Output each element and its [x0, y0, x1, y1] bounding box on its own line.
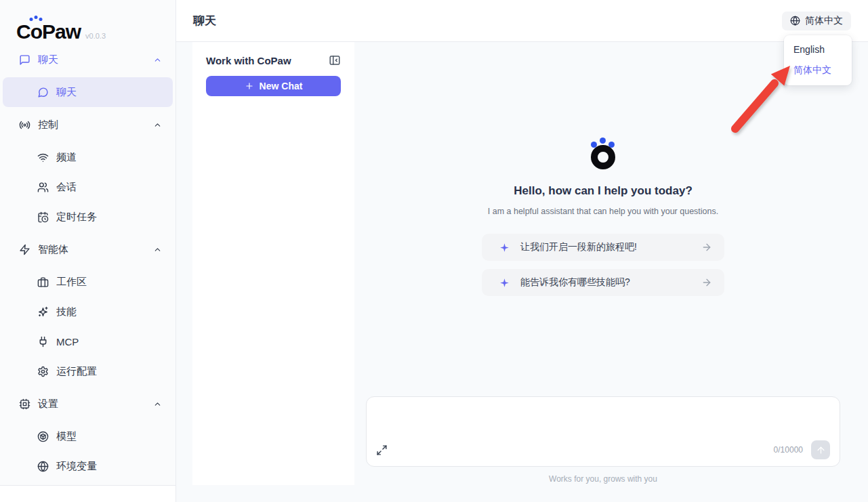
expand-icon [376, 444, 388, 456]
sidebar-item-workspace[interactable]: 工作区 [3, 267, 173, 297]
sidebar-section-chat[interactable]: 聊天 [0, 45, 175, 75]
sidebar-item-label: 聊天 [56, 86, 77, 99]
suggestion-list: 让我们开启一段新的旅程吧! 能告诉我你有哪些技能吗? [482, 234, 724, 296]
logo-part-paw: Paw [42, 22, 81, 42]
message-circle-icon [37, 87, 49, 98]
chat-panel-title: Work with CoPaw [206, 55, 291, 66]
top-header: 聊天 简体中文 [176, 0, 868, 42]
sidebar-item-scheduled-tasks[interactable]: 定时任务 [3, 202, 173, 232]
sparkle-icon [499, 243, 510, 253]
new-chat-button[interactable]: New Chat [206, 76, 341, 96]
content-area: Work with CoPaw New Chat [176, 42, 868, 502]
tagline: Works for you, grows with you [366, 474, 840, 502]
sidebar-item-label: 运行配置 [56, 365, 97, 378]
sidebar-item-sessions[interactable]: 会话 [3, 172, 173, 202]
sidebar-item-run-config[interactable]: 运行配置 [3, 356, 173, 386]
chevron-up-icon [153, 400, 162, 409]
send-button[interactable] [811, 440, 830, 459]
suggestion-label: 能告诉我你有哪些技能吗? [520, 276, 690, 289]
briefcase-icon [37, 276, 49, 288]
chevron-up-icon [153, 56, 162, 64]
sidebar-item-env-variables[interactable]: 环境变量 [3, 451, 173, 481]
zap-icon [19, 244, 30, 255]
greeting-subtitle: I am a helpful assistant that can help y… [366, 207, 840, 216]
logo-part-c: C [16, 22, 30, 42]
main-area: 聊天 简体中文 Work with CoPaw New Chat [176, 0, 868, 502]
collapse-panel-button[interactable] [329, 54, 341, 66]
char-counter: 0/10000 [774, 445, 803, 455]
gear-icon [37, 366, 49, 377]
app-version: v0.0.3 [85, 32, 106, 42]
arrow-up-icon [816, 445, 826, 455]
sidebar-item-label: 模型 [56, 430, 77, 443]
sidebar-nav: 聊天 聊天 控制 频道 会话 定时任务 [0, 42, 175, 481]
language-option-simplified-chinese[interactable]: 简体中文 [784, 60, 852, 81]
logo-part-o: o [30, 22, 42, 42]
sidebar-footer [0, 485, 175, 502]
expand-input-button[interactable] [376, 444, 388, 456]
copaw-app: CoPaw v0.0.3 聊天 聊天 控制 频道 [0, 0, 868, 502]
globe-icon [790, 16, 800, 26]
language-option-english[interactable]: English [784, 39, 852, 60]
suggestion-chip[interactable]: 能告诉我你有哪些技能吗? [482, 269, 724, 296]
sidebar-item-chat[interactable]: 聊天 [3, 77, 173, 107]
chevron-up-icon [153, 121, 162, 129]
sidebar: CoPaw v0.0.3 聊天 聊天 控制 频道 [0, 0, 176, 502]
panel-collapse-icon [329, 54, 341, 66]
message-square-icon [19, 54, 30, 66]
logo-wordmark: CoPaw [16, 22, 81, 42]
plus-icon [245, 81, 254, 91]
arrow-right-icon [701, 277, 712, 288]
chat-list-panel: Work with CoPaw New Chat [192, 42, 354, 485]
chat-area: Hello, how can I help you today? I am a … [354, 42, 868, 502]
sidebar-item-skills[interactable]: 技能 [3, 297, 173, 327]
sidebar-item-channels[interactable]: 频道 [3, 142, 173, 172]
sidebar-item-label: 会话 [56, 181, 77, 194]
greeting-block: Hello, how can I help you today? I am a … [366, 137, 840, 296]
greeting-title: Hello, how can I help you today? [366, 184, 840, 198]
sidebar-item-mcp[interactable]: MCP [3, 327, 173, 356]
sidebar-item-label: 定时任务 [56, 211, 97, 224]
message-input-container: 0/10000 [366, 396, 840, 467]
sidebar-item-label: 环境变量 [56, 460, 97, 473]
arrow-right-icon [701, 242, 712, 253]
sidebar-section-settings[interactable]: 设置 [0, 389, 175, 419]
radio-icon [19, 119, 30, 131]
chevron-up-icon [153, 245, 162, 254]
language-selector-label: 简体中文 [805, 15, 843, 27]
sidebar-item-models[interactable]: 模型 [3, 421, 173, 451]
cube-icon [37, 431, 49, 442]
message-input[interactable] [376, 405, 830, 440]
cpu-icon [19, 398, 30, 410]
paw-dots-icon [30, 18, 43, 21]
sidebar-section-label: 设置 [38, 398, 58, 411]
sidebar-item-label: MCP [56, 336, 79, 348]
sparkles-icon [37, 306, 49, 318]
sidebar-section-label: 控制 [38, 119, 58, 131]
language-dropdown: English 简体中文 [784, 35, 852, 85]
suggestion-label: 让我们开启一段新的旅程吧! [520, 241, 690, 253]
sidebar-section-label: 聊天 [38, 54, 58, 66]
page-title: 聊天 [193, 13, 216, 28]
new-chat-label: New Chat [260, 81, 303, 91]
globe-icon [37, 461, 49, 472]
sidebar-item-label: 频道 [56, 151, 77, 164]
language-selector-button[interactable]: 简体中文 [782, 12, 851, 30]
sidebar-item-label: 技能 [56, 306, 77, 318]
app-logo: CoPaw v0.0.3 [0, 0, 175, 42]
sidebar-section-control[interactable]: 控制 [0, 110, 175, 140]
sidebar-section-agents[interactable]: 智能体 [0, 234, 175, 264]
suggestion-chip[interactable]: 让我们开启一段新的旅程吧! [482, 234, 724, 261]
users-icon [37, 182, 49, 193]
plug-icon [37, 336, 49, 348]
sparkle-icon [499, 278, 510, 288]
calendar-clock-icon [37, 211, 49, 223]
wifi-icon [37, 152, 49, 163]
sidebar-item-label: 工作区 [56, 276, 87, 289]
sidebar-section-label: 智能体 [38, 243, 68, 256]
copaw-paw-logo-icon [590, 137, 617, 169]
